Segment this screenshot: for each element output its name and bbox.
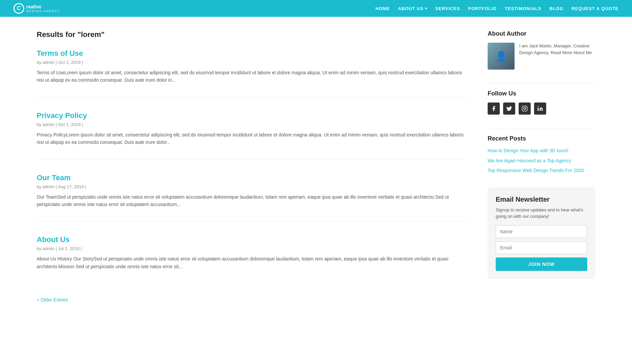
post-excerpt: Our TeamSed ut perspiciatis unde omnis i… (37, 193, 467, 208)
about-author-title: About Author (488, 30, 595, 37)
post-excerpt: About Us History Our StorySed ut perspic… (37, 255, 467, 270)
post-date: Jul 2, 2019 (58, 246, 79, 251)
instagram-icon[interactable] (519, 103, 531, 115)
post-date: Oct 1, 2019 (58, 122, 80, 127)
social-icons (488, 103, 595, 115)
search-results-title: Results for "lorem" (37, 30, 467, 39)
post-entry-privacy-policy: Privacy Policy by admin | Oct 1, 2019 | … (37, 111, 467, 160)
page-wrapper: Results for "lorem" Terms of Use by admi… (16, 17, 616, 316)
post-title[interactable]: About Us (37, 235, 467, 244)
logo-icon: C (13, 3, 24, 14)
nav-item-blog[interactable]: BLOG (550, 6, 564, 11)
older-entries-link[interactable]: « Older Entries (37, 297, 68, 302)
nav-item-portfolio[interactable]: PORTFOLIO (468, 6, 497, 11)
nav-item-about[interactable]: ABOUT US (398, 6, 427, 11)
post-title[interactable]: Terms of Use (37, 49, 467, 58)
svg-point-1 (524, 108, 526, 110)
post-meta: by admin | Jul 2, 2019 | (37, 246, 467, 251)
post-entry-about-us: About Us by admin | Jul 2, 2019 | About … (37, 235, 467, 284)
post-excerpt: Terms of UseLorem ipsum dolor sit amet, … (37, 69, 467, 84)
post-date: Aug 17, 2019 (58, 184, 84, 189)
follow-us-section: Follow Us (488, 90, 595, 115)
logo-name: reative (26, 4, 41, 9)
newsletter-desc: Signup to receive updates and to hear wh… (496, 207, 587, 220)
post-entry-our-team: Our Team by admin | Aug 17, 2019 | Our T… (37, 173, 467, 222)
pagination[interactable]: « Older Entries (37, 297, 467, 302)
recent-posts-title: Recent Posts (488, 135, 595, 142)
post-author: by admin (37, 246, 55, 251)
post-author: by admin (37, 122, 55, 127)
post-author: by admin (37, 184, 55, 189)
author-bio: I am Jack Martin, Manager, Creative Desi… (519, 43, 595, 56)
recent-post-item[interactable]: We Are Again Honored as a Top Agency (488, 158, 595, 164)
newsletter-box: Email Newsletter Signup to receive updat… (488, 188, 595, 279)
main-nav: C reative DESIGN AGENCY HOME ABOUT US SE… (0, 0, 632, 17)
author-avatar: 👤 (488, 43, 515, 70)
post-excerpt: Privacy PolicyLorem ipsum dolor sit amet… (37, 131, 467, 146)
post-title[interactable]: Our Team (37, 173, 467, 182)
follow-us-title: Follow Us (488, 90, 595, 97)
recent-post-item[interactable]: How to Design Your App with 3D touch (488, 148, 595, 154)
post-entry-terms-of-use: Terms of Use by admin | Oct 1, 2019 | Te… (37, 49, 467, 98)
post-date: Oct 1, 2019 (58, 60, 80, 65)
sidebar: About Author 👤 I am Jack Martin, Manager… (488, 30, 595, 302)
newsletter-join-button[interactable]: JOIN NOW (496, 257, 587, 271)
svg-point-3 (538, 106, 539, 107)
recent-post-link[interactable]: Top Responsive Web Design Trends For 202… (488, 168, 584, 173)
about-author-section: About Author 👤 I am Jack Martin, Manager… (488, 30, 595, 70)
main-content: Results for "lorem" Terms of Use by admi… (37, 30, 467, 302)
svg-point-2 (526, 107, 526, 108)
recent-post-link[interactable]: How to Design Your App with 3D touch (488, 148, 568, 153)
newsletter-email-input[interactable] (496, 241, 587, 254)
logo[interactable]: C reative DESIGN AGENCY (13, 3, 60, 14)
linkedin-icon[interactable] (534, 103, 546, 115)
nav-links: HOME ABOUT US SERVICES PORTFOLIO TESTIMO… (376, 6, 619, 11)
newsletter-title: Email Newsletter (496, 196, 587, 203)
nav-item-quote[interactable]: REQUEST A QUOTE (571, 6, 619, 11)
post-title[interactable]: Privacy Policy (37, 111, 467, 120)
svg-rect-0 (522, 106, 527, 111)
post-author: by admin (37, 60, 55, 65)
post-meta: by admin | Aug 17, 2019 | (37, 184, 467, 189)
facebook-icon[interactable] (488, 103, 500, 115)
post-meta: by admin | Oct 1, 2019 | (37, 60, 467, 65)
nav-item-testimonials[interactable]: TESTIMONIALS (505, 6, 541, 11)
post-meta: by admin | Oct 1, 2019 | (37, 122, 467, 127)
recent-posts-list: How to Design Your App with 3D touchWe A… (488, 148, 595, 174)
nav-item-services[interactable]: SERVICES (435, 6, 460, 11)
nav-item-home[interactable]: HOME (376, 6, 390, 11)
logo-subtext: DESIGN AGENCY (26, 9, 60, 13)
recent-post-item[interactable]: Top Responsive Web Design Trends For 202… (488, 167, 595, 174)
posts-container: Terms of Use by admin | Oct 1, 2019 | Te… (37, 49, 467, 284)
author-avatar-img: 👤 (488, 43, 515, 70)
author-block: 👤 I am Jack Martin, Manager, Creative De… (488, 43, 595, 70)
twitter-icon[interactable] (503, 103, 515, 115)
recent-posts-section: Recent Posts How to Design Your App with… (488, 135, 595, 174)
newsletter-name-input[interactable] (496, 225, 587, 238)
recent-post-link[interactable]: We Are Again Honored as a Top Agency (488, 158, 571, 163)
